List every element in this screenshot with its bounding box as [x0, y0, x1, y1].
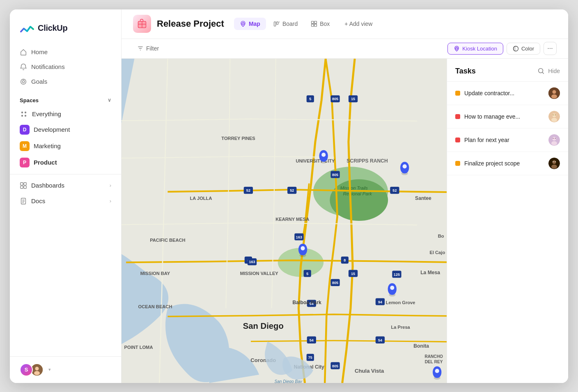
svg-point-117	[553, 90, 556, 94]
docs-icon	[20, 197, 27, 205]
product-label: Product	[34, 159, 57, 166]
svg-text:163: 163	[296, 235, 302, 239]
task-status-dot	[455, 161, 460, 166]
map-svg: Mission Trails Regional Park	[122, 59, 447, 383]
svg-text:LA JOLLA: LA JOLLA	[190, 196, 212, 201]
svg-point-16	[35, 367, 39, 370]
tasks-panel-header: Tasks Hide	[447, 59, 568, 82]
sidebar-item-development[interactable]: D Development	[15, 121, 116, 138]
docs-chevron-icon: ›	[110, 198, 111, 204]
avatar-s: S	[20, 363, 33, 376]
sidebar-item-notifications[interactable]: Notifications	[15, 60, 116, 74]
svg-point-127	[553, 138, 554, 139]
add-view-button[interactable]: + Add view	[339, 18, 378, 30]
svg-text:Lemon Grove: Lemon Grove	[386, 300, 415, 305]
svg-rect-26	[314, 21, 317, 24]
sidebar-item-docs[interactable]: Docs ›	[15, 193, 116, 209]
svg-rect-7	[21, 182, 23, 185]
spaces-section-header: Spaces ∨	[10, 91, 121, 107]
svg-text:15: 15	[351, 271, 355, 275]
svg-text:SCRIPPS RANCH: SCRIPPS RANCH	[346, 158, 388, 164]
svg-point-132	[553, 161, 554, 162]
svg-text:54: 54	[378, 338, 383, 342]
clickup-logo-icon	[20, 21, 34, 36]
tasks-hide-button[interactable]: Hide	[548, 68, 560, 74]
svg-point-123	[555, 115, 556, 115]
svg-text:MISSION VALLEY: MISSION VALLEY	[240, 271, 279, 275]
svg-text:Santee: Santee	[415, 195, 431, 201]
sidebar-item-product[interactable]: P Product	[15, 154, 116, 171]
svg-rect-24	[279, 22, 279, 22]
svg-text:PACIFIC BEACH: PACIFIC BEACH	[150, 237, 185, 242]
task-status-dot	[455, 91, 460, 96]
more-options-button[interactable]: ···	[544, 42, 557, 55]
sidebar-item-marketing[interactable]: M Marketing	[15, 138, 116, 154]
kiosk-location-button[interactable]: Kiosk Location	[447, 43, 503, 55]
product-badge: P	[20, 158, 30, 167]
svg-rect-22	[274, 22, 275, 26]
svg-text:75: 75	[308, 355, 312, 360]
sidebar: ClickUp Home Notifications	[10, 9, 122, 383]
view-tabs: Map Board	[234, 18, 378, 30]
person-face-icon	[31, 364, 43, 376]
sidebar-item-dashboards[interactable]: Dashboards ›	[15, 178, 116, 193]
docs-label: Docs	[31, 197, 45, 204]
sidebar-item-home[interactable]: Home	[15, 45, 116, 60]
logo-text: ClickUp	[38, 23, 67, 33]
box-tab-icon	[311, 21, 317, 27]
color-button[interactable]: Color	[507, 43, 540, 55]
svg-text:52: 52	[246, 188, 250, 193]
tab-map-label: Map	[249, 21, 260, 27]
svg-point-17	[34, 371, 40, 375]
task-avatar	[548, 111, 560, 122]
tab-box[interactable]: Box	[305, 18, 335, 30]
page-header: Release Project Map Board	[122, 9, 568, 39]
goals-label: Goals	[31, 78, 47, 85]
filter-button[interactable]: Filter	[133, 43, 163, 54]
task-item[interactable]: How to manage eve...	[447, 105, 568, 128]
avatar-face-icon	[548, 111, 560, 122]
avatar-stack[interactable]: S	[20, 363, 44, 376]
svg-text:94: 94	[378, 300, 383, 304]
color-icon	[513, 46, 519, 52]
sidebar-item-everything[interactable]: Everything	[15, 107, 116, 121]
color-label: Color	[521, 46, 534, 52]
svg-rect-9	[21, 186, 23, 188]
tab-map[interactable]: Map	[234, 18, 266, 30]
svg-rect-23	[276, 22, 278, 24]
sidebar-item-goals[interactable]: Goals	[15, 74, 116, 89]
project-title: Release Project	[157, 18, 224, 29]
bell-icon	[20, 63, 27, 71]
svg-point-126	[551, 141, 557, 145]
svg-text:KEARNY MESA: KEARNY MESA	[275, 217, 309, 222]
map-container[interactable]: Mission Trails Regional Park	[122, 59, 447, 383]
marketing-badge: M	[20, 141, 30, 151]
svg-point-111	[390, 286, 394, 290]
task-status-dot	[455, 138, 460, 142]
dashboards-chevron-icon: ›	[110, 182, 111, 188]
task-avatar	[548, 134, 560, 146]
marketing-label: Marketing	[34, 142, 61, 149]
board-tab-icon	[273, 21, 280, 27]
tab-board[interactable]: Board	[268, 18, 303, 30]
kiosk-location-icon	[454, 46, 460, 52]
project-icon	[133, 15, 151, 33]
svg-text:POINT LOMA: POINT LOMA	[124, 344, 153, 349]
svg-rect-28	[314, 24, 317, 27]
task-text: Finalize project scope	[464, 160, 544, 167]
svg-point-125	[553, 137, 556, 140]
tasks-panel: Tasks Hide Update contracto	[447, 59, 568, 383]
tab-board-label: Board	[282, 21, 298, 27]
add-view-label: + Add view	[344, 21, 372, 27]
svg-text:TORREY PINES: TORREY PINES	[221, 135, 255, 140]
task-item[interactable]: Update contractor...	[447, 82, 568, 105]
svg-point-120	[553, 113, 556, 117]
svg-point-105	[321, 152, 326, 156]
avatar-face-icon	[548, 134, 560, 146]
task-item[interactable]: Finalize project scope	[447, 152, 568, 175]
svg-text:163: 163	[249, 260, 255, 264]
svg-text:805: 805	[332, 280, 338, 284]
task-item[interactable]: Plan for next year	[447, 128, 568, 152]
task-text: Plan for next year	[464, 137, 544, 143]
tasks-search-button[interactable]	[537, 67, 545, 75]
